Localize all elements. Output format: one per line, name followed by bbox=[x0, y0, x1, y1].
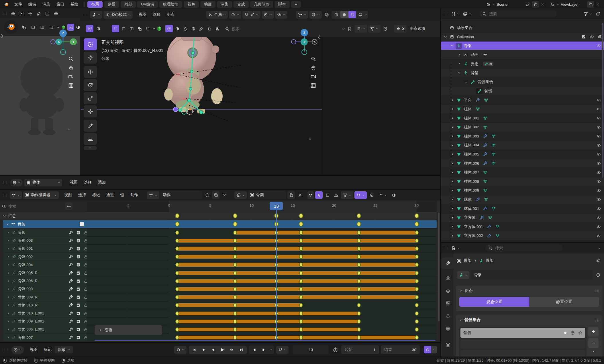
hide-eye-icon[interactable] bbox=[597, 152, 601, 156]
vertical-scrollbar[interactable] bbox=[438, 213, 440, 321]
outliner-item-label[interactable]: 立方体 bbox=[464, 215, 476, 220]
channel-name[interactable]: 骨骼.010_L.001 bbox=[18, 311, 44, 316]
keyframe[interactable] bbox=[274, 263, 278, 267]
timeline-ruler[interactable]: -5051015202530 bbox=[87, 200, 440, 212]
layers-icon-dropdown[interactable] bbox=[234, 191, 247, 199]
properties-search-input[interactable] bbox=[495, 246, 560, 251]
keyframe[interactable] bbox=[299, 327, 303, 332]
group-label[interactable]: 骨架 bbox=[18, 222, 25, 227]
outliner-item-label[interactable]: 柱体.004 bbox=[464, 143, 479, 148]
shading-wireframe-button[interactable] bbox=[332, 11, 340, 18]
window-single-icon[interactable] bbox=[29, 23, 37, 31]
outliner-item-label[interactable]: 立方体.002 bbox=[464, 233, 483, 238]
keyframe[interactable] bbox=[299, 295, 303, 299]
topbar-menu-编辑[interactable]: 编辑 bbox=[25, 1, 39, 8]
hide-eye-icon[interactable] bbox=[597, 206, 601, 211]
keyframe-bar[interactable] bbox=[177, 295, 417, 299]
breadcrumb-object[interactable]: 骨架 bbox=[464, 258, 472, 263]
expand-horizontal-button[interactable] bbox=[65, 202, 72, 210]
mask-sphere-icon[interactable] bbox=[173, 25, 181, 32]
workspace-tab-动画[interactable]: 动画 bbox=[200, 1, 215, 8]
hide-eye-icon[interactable] bbox=[597, 44, 601, 48]
outliner-row-立方体.002[interactable]: 立方体.002 bbox=[441, 232, 604, 240]
panel-collapse-arrow[interactable] bbox=[459, 318, 462, 322]
next-keyframe-button[interactable] bbox=[227, 346, 237, 354]
keyframe[interactable] bbox=[274, 247, 278, 251]
frame-back-button[interactable] bbox=[250, 346, 259, 354]
keyframe[interactable] bbox=[175, 263, 179, 267]
outliner-item-label[interactable]: 柱体 bbox=[464, 107, 472, 112]
keyframe[interactable] bbox=[357, 287, 361, 291]
secondary-nav-gizmo[interactable]: Z X Y bbox=[46, 29, 80, 63]
solo-dot-icon[interactable] bbox=[564, 332, 566, 334]
channel-expand-icon[interactable] bbox=[7, 231, 10, 235]
jump-to-end-button[interactable] bbox=[237, 346, 246, 354]
unlink-slot-button[interactable] bbox=[296, 191, 303, 199]
object-strip-menu-选择[interactable]: 选择 bbox=[81, 179, 95, 186]
keyframe-bar[interactable] bbox=[235, 231, 417, 235]
channel-row-骨骼.007[interactable]: 骨骼.007 bbox=[3, 334, 87, 341]
channel-modifier-icon[interactable] bbox=[69, 247, 73, 251]
channel-modifier-icon[interactable] bbox=[69, 239, 73, 243]
channel-enabled-checkbox[interactable] bbox=[76, 263, 81, 267]
channel-search-input[interactable] bbox=[8, 204, 63, 209]
viewport-menu-视图[interactable]: 视图 bbox=[136, 11, 150, 18]
channel-pin-icon[interactable] bbox=[12, 335, 16, 340]
channel-modifier-icon[interactable] bbox=[69, 279, 73, 283]
hide-eye-icon[interactable] bbox=[597, 107, 601, 111]
channel-row-骨骼.004[interactable]: 骨骼.004 bbox=[3, 261, 87, 269]
globe-icon[interactable] bbox=[52, 10, 60, 17]
clone-icon[interactable] bbox=[205, 25, 213, 32]
hide-eye-icon[interactable] bbox=[597, 234, 601, 238]
keyframe[interactable] bbox=[357, 239, 361, 243]
frame-forward-button[interactable] bbox=[259, 346, 268, 354]
channel-expand-icon[interactable] bbox=[7, 271, 10, 275]
channel-lock-icon[interactable] bbox=[84, 231, 88, 235]
camera-view-icon[interactable] bbox=[68, 74, 74, 79]
expand-arrow-icon[interactable] bbox=[464, 80, 468, 84]
select-invert-button[interactable] bbox=[136, 25, 143, 32]
snap-toggle[interactable] bbox=[242, 11, 260, 19]
outliner-row-球体.001[interactable]: 球体.001 bbox=[441, 204, 604, 213]
tab-world[interactable] bbox=[442, 323, 454, 334]
outliner-row-柱体.003[interactable]: 柱体.003 bbox=[441, 132, 604, 140]
copy-viewlayer-button[interactable] bbox=[587, 1, 594, 8]
object-mode-dropdown[interactable]: 物体 bbox=[24, 179, 62, 186]
copy-action-button[interactable] bbox=[212, 191, 219, 199]
channel-pin-icon[interactable] bbox=[12, 239, 16, 243]
channel-pin-icon[interactable] bbox=[12, 295, 16, 299]
keyframe[interactable] bbox=[233, 247, 237, 251]
channel-pin-icon[interactable] bbox=[12, 279, 16, 283]
keyframe[interactable] bbox=[233, 311, 237, 316]
zoom-icon[interactable] bbox=[311, 56, 316, 62]
channel-expand-icon[interactable] bbox=[7, 263, 10, 267]
channel-name[interactable]: 骨骼.008 bbox=[18, 286, 33, 292]
channel-row-骨骼.009_L.001[interactable]: 骨骼.009_L.001 bbox=[3, 318, 87, 325]
outliner-row-立方体[interactable]: 立方体 bbox=[441, 214, 604, 222]
dopesheet-mode-dropdown[interactable]: 动作编辑器 bbox=[23, 191, 59, 199]
panel-collapse-arrow[interactable] bbox=[459, 289, 462, 293]
keying-pair-icon[interactable] bbox=[307, 191, 314, 199]
outliner-item-label[interactable]: 场景集合 bbox=[457, 25, 472, 30]
channel-pin-icon[interactable] bbox=[12, 263, 16, 267]
channel-row-骨骼.003[interactable]: 骨骼.003 bbox=[3, 237, 87, 244]
action-name-field[interactable]: 动作 bbox=[160, 191, 202, 199]
keyframe[interactable] bbox=[357, 327, 361, 332]
hide-eye-icon[interactable] bbox=[597, 143, 601, 147]
collection-specials-dropdown[interactable] bbox=[588, 348, 599, 354]
keyframe[interactable] bbox=[274, 231, 278, 235]
shading-solid-button[interactable] bbox=[340, 11, 348, 18]
outliner-item-label[interactable]: 骨骼集合 bbox=[478, 79, 493, 84]
keyframe[interactable] bbox=[415, 327, 419, 332]
channel-enabled-checkbox[interactable] bbox=[76, 247, 81, 251]
keyframe[interactable] bbox=[357, 303, 361, 307]
hide-eye-icon[interactable] bbox=[597, 116, 601, 120]
keyframe[interactable] bbox=[299, 247, 303, 251]
tool-box-select[interactable] bbox=[84, 38, 97, 50]
shading-chevron-icon[interactable] bbox=[364, 13, 367, 17]
workspace-tab-渲染[interactable]: 渲染 bbox=[217, 1, 232, 8]
select-subtract-button[interactable] bbox=[128, 25, 135, 32]
channel-enabled-checkbox[interactable] bbox=[76, 319, 81, 324]
gizmo-z-axis[interactable]: Z bbox=[301, 29, 308, 36]
channel-modifier-icon[interactable] bbox=[69, 231, 73, 235]
